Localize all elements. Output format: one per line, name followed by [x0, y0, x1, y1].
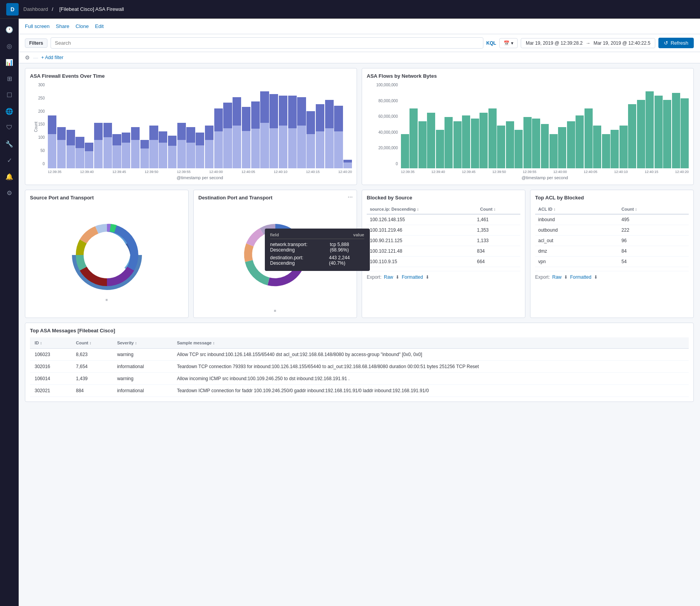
bottom-count: 8,623	[71, 349, 112, 361]
sidebar-icon-gear[interactable]: ⚙	[2, 185, 17, 201]
bottom-table-panel: Top ASA Messages [Filebeat Cisco] ID ↕ C…	[25, 323, 694, 402]
refresh-button[interactable]: ↺ Refresh	[658, 38, 694, 48]
bottom-message: Allow TCP src inbound:100.126.148.155/65…	[172, 349, 689, 361]
event-bar	[131, 127, 140, 168]
source-chart-icon: ≡	[30, 298, 184, 302]
event-bar	[75, 137, 84, 168]
blocked-row: 100.101.219.461,353	[367, 225, 520, 236]
flow-bar	[663, 100, 671, 168]
blocked-col-count[interactable]: Count ↕	[477, 204, 520, 214]
event-bar	[85, 143, 93, 168]
add-filter-button[interactable]: + Add filter	[41, 55, 63, 60]
flow-bar	[488, 108, 497, 168]
search-input[interactable]	[51, 37, 483, 49]
x-axis-flows: 12:39:3512:39:4012:39:4512:39:5012:39:55…	[401, 170, 689, 174]
clone-button[interactable]: Clone	[75, 23, 89, 29]
event-bar	[334, 106, 343, 168]
bottom-table-title: Top ASA Messages [Filebeat Cisco]	[30, 328, 689, 334]
acl-export-row: Export: Raw ⬇ Formatted ⬇	[535, 271, 689, 280]
blocked-export-formatted[interactable]: Formatted	[402, 274, 423, 280]
sidebar-icon-bell[interactable]: 🔔	[2, 169, 17, 184]
tooltip-header: field value	[270, 232, 364, 239]
sidebar-icon-box[interactable]: ☐	[2, 87, 17, 103]
asa-events-title: ASA Firewall Events Over Time	[30, 73, 352, 79]
separator: —	[33, 55, 38, 61]
blocked-ip: 100.126.148.155	[367, 215, 474, 225]
sidebar-icon-clock[interactable]: 🕐	[2, 22, 17, 37]
settings-icon[interactable]: ⚙	[25, 54, 30, 61]
acl-row: vpn54	[535, 257, 689, 267]
event-bar	[122, 133, 130, 168]
sort-icon-count: ↕	[494, 207, 495, 211]
bottom-col-message[interactable]: Sample message ↕	[172, 337, 689, 349]
blocked-ip: 100.102.121.48	[367, 246, 474, 257]
acl-export-formatted[interactable]: Formatted	[570, 274, 592, 280]
flow-bar	[550, 134, 558, 168]
sidebar-icon-grid[interactable]: ⊞	[2, 71, 17, 86]
event-bar	[66, 130, 75, 168]
events-chart-area: Count 12:39:3512:39:4012:39:4512:39:5012…	[48, 83, 352, 180]
acl-export-raw[interactable]: Raw	[552, 274, 562, 280]
blocked-export-raw[interactable]: Raw	[384, 274, 393, 280]
share-button[interactable]: Share	[56, 23, 70, 29]
kql-button[interactable]: KQL	[486, 40, 496, 46]
edit-button[interactable]: Edit	[95, 23, 103, 29]
flow-bar	[427, 113, 435, 168]
svg-point-2	[86, 234, 128, 276]
acl-id: outbound	[535, 225, 618, 236]
sidebar-icon-target[interactable]: ◎	[2, 38, 17, 54]
x-title-events: @timestamp per second	[48, 175, 352, 180]
sub-nav: Full screen Share Clone Edit	[19, 19, 700, 34]
sidebar-icon-shield[interactable]: 🛡	[2, 120, 17, 135]
breadcrumb-parent[interactable]: Dashboard	[23, 6, 48, 12]
flow-bar	[602, 134, 610, 168]
dashboard: ASA Firewall Events Over Time 3002502001…	[19, 63, 700, 407]
acl-col-id[interactable]: ACL ID ↕	[535, 204, 618, 214]
bottom-id: 302016	[30, 361, 71, 373]
blocked-count: 664	[474, 257, 520, 267]
sidebar-icon-chart[interactable]: 📊	[2, 54, 17, 70]
sidebar-icon-globe[interactable]: 🌐	[2, 103, 17, 119]
flow-bar	[611, 130, 619, 168]
bottom-severity: informational	[112, 385, 172, 397]
event-bar	[242, 107, 250, 168]
calendar-picker[interactable]: 📅 ▾	[499, 38, 518, 48]
blocked-ip: 100.90.211.125	[367, 236, 474, 246]
asa-flows-panel: ASA Flows by Network Bytes 100,000,00080…	[362, 68, 694, 185]
blocked-row: 100.126.148.1551,461	[367, 215, 520, 225]
bottom-col-severity[interactable]: Severity ↕	[112, 337, 172, 349]
event-bar	[316, 104, 324, 168]
bottom-col-count[interactable]: Count ↕	[71, 337, 112, 349]
date-range[interactable]: Mar 19, 2019 @ 12:39:28.2 → Mar 19, 2019…	[521, 38, 656, 48]
flows-bars	[401, 83, 689, 168]
acl-count: 222	[618, 225, 689, 236]
fullscreen-button[interactable]: Full screen	[25, 23, 50, 29]
event-bar	[140, 140, 149, 168]
event-bar	[260, 91, 269, 168]
flow-bar	[444, 117, 453, 168]
bottom-col-id[interactable]: ID ↕	[30, 337, 71, 349]
acl-row: inbound495	[535, 214, 689, 225]
blocked-col-ip[interactable]: source.ip: Descending ↕	[367, 204, 477, 214]
bottom-severity: warning	[112, 373, 172, 385]
sidebar-icon-wrench[interactable]: 🔧	[2, 136, 17, 152]
main-content: Full screen Share Clone Edit Filters KQL…	[19, 19, 700, 407]
source-port-title: Source Port and Transport	[30, 195, 184, 201]
acl-row: outbound222	[535, 225, 689, 236]
flow-bar	[672, 93, 680, 168]
blocked-table-scroll[interactable]: 100.126.148.1551,461100.101.219.461,3531…	[367, 215, 520, 267]
flow-bar	[480, 113, 488, 168]
y-title-events: Count	[34, 122, 38, 132]
flow-bar	[593, 126, 601, 168]
source-port-panel: Source Port and Transport	[25, 190, 189, 318]
flow-bar	[558, 127, 566, 168]
flow-bar	[453, 121, 462, 168]
acl-col-count[interactable]: Count ↕	[618, 204, 689, 214]
event-bar	[279, 96, 287, 168]
tooltip-field-label: field	[270, 232, 279, 237]
blocked-table-body: 100.126.148.1551,461100.101.219.461,3531…	[367, 215, 520, 267]
sidebar-icon-check[interactable]: ✓	[2, 152, 17, 168]
panel-menu-icon[interactable]: ⋯	[348, 194, 353, 200]
event-bar	[57, 127, 66, 168]
blocked-ip: 100.110.9.15	[367, 257, 474, 267]
